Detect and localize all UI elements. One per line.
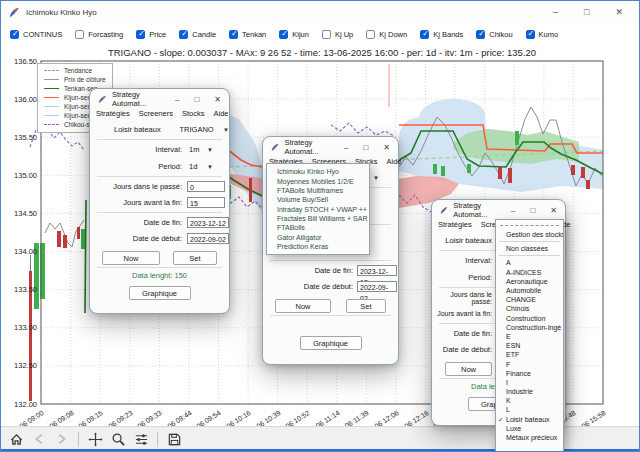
menu-item-stock-category[interactable]: E	[496, 332, 563, 341]
menu-item-stock-category[interactable]: ESN	[496, 341, 563, 350]
menu-item-strategy[interactable]: FTABolls	[267, 223, 369, 232]
date-end-input[interactable]: 2023-12-12	[357, 265, 397, 276]
maximize-icon[interactable]: □	[363, 143, 368, 152]
now-button[interactable]: Now	[102, 251, 160, 265]
date-start-input[interactable]: 2022-09-02	[357, 281, 397, 292]
minimize-icon[interactable]: –	[344, 143, 348, 152]
menu-screeners[interactable]: Screeners	[139, 109, 173, 118]
checkbox-icon[interactable]	[366, 30, 375, 39]
menu-aide[interactable]: Aide	[386, 157, 401, 166]
close-icon[interactable]: ✕	[615, 7, 623, 17]
indicator-checkbox[interactable]: Kijun	[279, 30, 309, 39]
dialog-titlebar[interactable]: Strategy Automat... – □ ✕	[432, 200, 565, 220]
checkbox-icon[interactable]	[75, 30, 84, 39]
graph-button[interactable]: Graphique	[129, 286, 191, 300]
menu-item-strategy[interactable]: Prediction Keras	[267, 242, 369, 251]
zoom-button[interactable]	[108, 429, 128, 449]
set-button[interactable]: Set	[173, 251, 217, 265]
now-button[interactable]: Now	[275, 299, 331, 313]
menu-tearoff-handle[interactable]	[500, 225, 559, 226]
menu-item-stock-category[interactable]: I	[496, 378, 563, 387]
interval-select[interactable]: 1m	[189, 145, 203, 154]
indicator-checkbox[interactable]: CONTINUS	[10, 30, 62, 39]
menu-item-stock-category[interactable]: Métaux précieux	[496, 433, 563, 442]
now-button[interactable]: Now	[445, 362, 492, 376]
indicator-checkbox[interactable]: Tenkan	[229, 30, 266, 39]
stock-select[interactable]: TRIGANO	[179, 125, 219, 134]
days-end-input[interactable]: 15	[187, 197, 225, 208]
menu-item-stock-category[interactable]: Automobile	[496, 286, 563, 295]
maximize-icon[interactable]: □	[194, 95, 199, 104]
chevron-down-icon[interactable]: ▼	[207, 147, 213, 153]
back-button[interactable]	[29, 429, 49, 449]
checkbox-icon[interactable]	[420, 30, 429, 39]
save-button[interactable]	[164, 429, 184, 449]
menu-item-strategy[interactable]: Intraday STOCH + VWAP ++	[267, 205, 369, 214]
indicator-checkbox[interactable]: Kumo	[526, 30, 559, 39]
menu-stocks[interactable]: Stocks	[182, 109, 205, 118]
menu-item-stock-category[interactable]: L	[496, 405, 563, 414]
close-icon[interactable]: ✕	[383, 143, 390, 152]
minimize-icon[interactable]: –	[175, 95, 179, 104]
date-start-input[interactable]: 2022-09-02	[187, 233, 229, 244]
menu-item-stock-category[interactable]: CHANGE	[496, 295, 563, 304]
graph-button[interactable]: Graphique	[300, 336, 362, 350]
close-icon[interactable]: ✕	[550, 206, 557, 215]
checkbox-icon[interactable]	[322, 30, 331, 39]
pan-button[interactable]	[85, 429, 105, 449]
menu-item-stock-category[interactable]: F	[496, 359, 563, 368]
indicator-checkbox[interactable]: Kj Up	[322, 30, 353, 39]
minimize-icon[interactable]: –	[511, 206, 515, 215]
indicator-checkbox[interactable]: Price	[136, 30, 166, 39]
configure-subplots-button[interactable]	[131, 429, 151, 449]
dialog-titlebar[interactable]: Strategy Automat... – □ ✕	[90, 89, 229, 109]
menu-item-stock-category[interactable]: ETF	[496, 350, 563, 359]
indicator-checkbox[interactable]: Kj Bands	[420, 30, 463, 39]
chevron-down-icon[interactable]: ▼	[223, 127, 229, 133]
checkbox-icon[interactable]	[179, 30, 188, 39]
indicator-checkbox[interactable]: Candle	[179, 30, 216, 39]
menu-item-stock-category[interactable]: Industrie	[496, 387, 563, 396]
checkbox-icon[interactable]	[229, 30, 238, 39]
menu-item-stock-category[interactable]: Finance	[496, 369, 563, 378]
period-select[interactable]: 1d	[189, 162, 203, 171]
forward-button[interactable]	[52, 429, 72, 449]
chevron-down-icon[interactable]: ▼	[373, 175, 379, 181]
checkbox-icon[interactable]	[10, 30, 19, 39]
close-icon[interactable]: ✕	[214, 95, 221, 104]
menu-strategies[interactable]: Stratégies	[96, 109, 130, 118]
dialog-titlebar[interactable]: Strategy Automat... – □ ✕	[263, 137, 398, 157]
checkbox-icon[interactable]	[526, 30, 535, 39]
menu-item-strategy[interactable]: Moyennes Mobiles 1/2/E	[267, 176, 369, 185]
menu-item-stock-category[interactable]: Construction	[496, 314, 563, 323]
menu-item-unclassified[interactable]: Non classées	[496, 244, 563, 253]
maximize-icon[interactable]: □	[530, 206, 535, 215]
set-button[interactable]: Set	[346, 299, 386, 313]
checkbox-icon[interactable]	[136, 30, 145, 39]
indicator-checkbox[interactable]: Forcasting	[75, 30, 123, 39]
menu-item-stock-manager[interactable]: Gestion des stocks	[496, 230, 563, 239]
minimize-icon[interactable]: –	[553, 7, 558, 17]
menu-item-stock-category[interactable]: Construction-Ingé	[496, 323, 563, 332]
maximize-icon[interactable]: □	[584, 7, 589, 17]
menu-item-stock-category[interactable]: Luxe	[496, 424, 563, 433]
indicator-checkbox[interactable]: Kj Down	[366, 30, 407, 39]
menu-item-stock-category[interactable]: Aeronautique	[496, 277, 563, 286]
days-past-input[interactable]: 0	[187, 181, 225, 192]
menu-item-stock-category[interactable]: Chinois	[496, 304, 563, 313]
menu-item-stock-category[interactable]: A-INDICES	[496, 268, 563, 277]
indicator-checkbox[interactable]: Chikou	[476, 30, 512, 39]
date-end-input[interactable]: 2023-12-12	[187, 217, 229, 228]
menu-item-strategy[interactable]: Fractales Bill Williams + SAR	[267, 214, 369, 223]
home-button[interactable]	[6, 429, 26, 449]
menu-item-strategy[interactable]: Volume Buy/Sell	[267, 195, 369, 204]
menu-item-strategy[interactable]: FTABolls Multiframes	[267, 186, 369, 195]
menu-aide[interactable]: Aide	[213, 109, 228, 118]
menu-item-strategy[interactable]: Ichimoku Kinko Hyo	[267, 167, 369, 176]
chevron-down-icon[interactable]: ▼	[207, 164, 213, 170]
checkbox-icon[interactable]	[279, 30, 288, 39]
checkbox-icon[interactable]	[476, 30, 485, 39]
menu-item-stock-category[interactable]: K	[496, 396, 563, 405]
menu-item-strategy[interactable]: Gator Alligator	[267, 233, 369, 242]
menu-item-stock-category[interactable]: A	[496, 258, 563, 267]
